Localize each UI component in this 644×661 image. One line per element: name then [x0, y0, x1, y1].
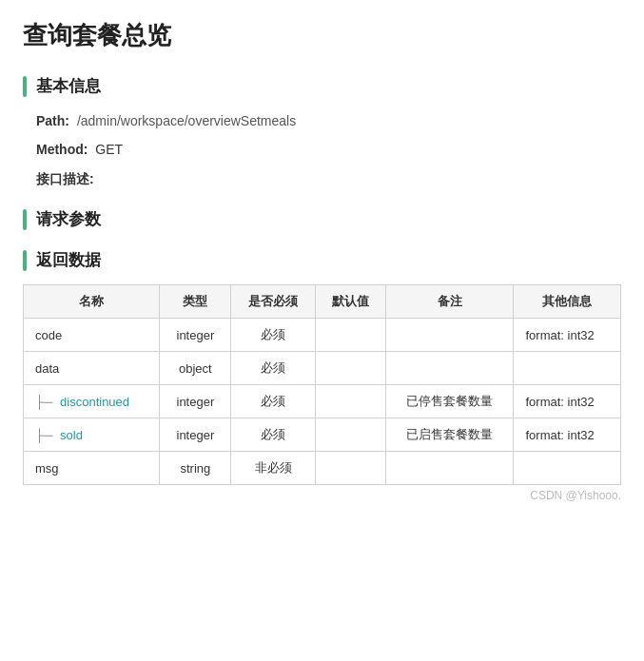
section-border-request: [23, 209, 27, 230]
col-default-header: 默认值: [316, 285, 386, 319]
table-row: dataobject必须: [24, 352, 621, 385]
col-remark-header: 备注: [386, 285, 514, 319]
method-label: Method:: [36, 142, 88, 157]
table-header-row: 名称 类型 是否必须 默认值 备注 其他信息: [24, 285, 621, 319]
basic-info-content: Path: /admin/workspace/overviewSetmeals …: [23, 110, 621, 189]
cell-type: integer: [160, 418, 231, 452]
cell-type: integer: [160, 385, 231, 418]
return-data-section: 返回数据 名称 类型 是否必须 默认值 备注 其他信息 codeinteger必…: [23, 249, 621, 502]
cell-other: format: int32: [514, 319, 621, 352]
table-row: codeinteger必须format: int32: [24, 319, 621, 352]
return-table: 名称 类型 是否必须 默认值 备注 其他信息 codeinteger必须form…: [23, 284, 621, 485]
path-label: Path:: [36, 113, 69, 128]
cell-name: ├─ sold: [24, 418, 160, 452]
path-row: Path: /admin/workspace/overviewSetmeals: [36, 110, 608, 131]
col-required-header: 是否必须: [231, 285, 316, 319]
path-value: /admin/workspace/overviewSetmeals: [77, 113, 296, 128]
cell-required: 必须: [231, 352, 316, 385]
cell-default: [316, 352, 386, 385]
cell-required: 必须: [231, 385, 316, 418]
watermark: CSDN @Yishooo.: [23, 489, 621, 502]
section-border-basic: [23, 76, 27, 97]
cell-type: integer: [160, 319, 231, 352]
cell-other: [514, 352, 621, 385]
basic-info-title: 基本信息: [36, 75, 101, 97]
section-border-return: [23, 250, 27, 271]
cell-default: [316, 452, 386, 485]
cell-default: [316, 385, 386, 418]
return-data-header: 返回数据: [23, 249, 621, 271]
cell-remark: [386, 319, 514, 352]
cell-required: 必须: [231, 319, 316, 352]
nested-icon: ├─: [35, 428, 56, 442]
table-row: msgstring非必须: [24, 452, 621, 485]
cell-type: string: [160, 452, 231, 485]
col-type-header: 类型: [160, 285, 231, 319]
desc-row: 接口描述:: [36, 168, 608, 189]
cell-remark: [386, 352, 514, 385]
cell-other: [514, 452, 621, 485]
cell-type: object: [160, 352, 231, 385]
request-params-title: 请求参数: [36, 208, 101, 230]
cell-default: [316, 319, 386, 352]
method-value: GET: [95, 142, 123, 157]
cell-remark: 已启售套餐数量: [386, 418, 514, 452]
nested-icon: ├─: [35, 395, 56, 409]
cell-required: 必须: [231, 418, 316, 452]
basic-info-section: 基本信息 Path: /admin/workspace/overviewSetm…: [23, 75, 621, 189]
col-name-header: 名称: [24, 285, 160, 319]
cell-name: data: [24, 352, 160, 385]
cell-name: code: [24, 319, 160, 352]
table-row: ├─ discontinuedinteger必须已停售套餐数量format: i…: [24, 385, 621, 418]
cell-remark: 已停售套餐数量: [386, 385, 514, 418]
cell-default: [316, 418, 386, 452]
cell-other: format: int32: [514, 418, 621, 452]
method-row: Method: GET: [36, 139, 608, 160]
cell-name: ├─ discontinued: [24, 385, 160, 418]
cell-other: format: int32: [514, 385, 621, 418]
page-title: 查询套餐总览: [23, 19, 621, 52]
desc-label: 接口描述:: [36, 171, 94, 186]
cell-name: msg: [24, 452, 160, 485]
request-params-section: 请求参数: [23, 208, 621, 230]
table-row: ├─ soldinteger必须已启售套餐数量format: int32: [24, 418, 621, 452]
cell-remark: [386, 452, 514, 485]
return-data-title: 返回数据: [36, 249, 101, 271]
basic-info-header: 基本信息: [23, 75, 621, 97]
col-other-header: 其他信息: [514, 285, 621, 319]
request-params-header: 请求参数: [23, 208, 621, 230]
cell-required: 非必须: [231, 452, 316, 485]
